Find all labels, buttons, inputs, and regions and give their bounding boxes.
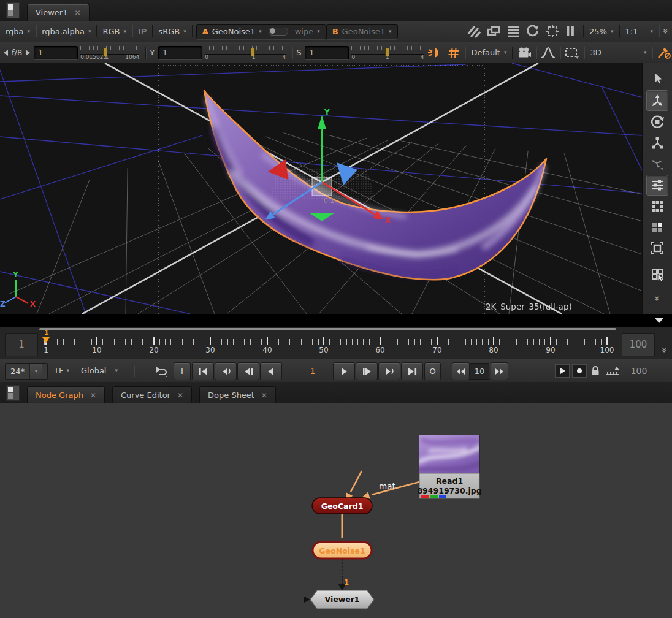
zoom-level-dropdown[interactable]: 25%▾ bbox=[587, 26, 615, 37]
current-frame-field[interactable]: 1 bbox=[302, 362, 324, 379]
lut-dropdown[interactable]: Default▾ bbox=[469, 47, 508, 58]
tab-curve-editor[interactable]: Curve Editor ✕ bbox=[112, 386, 192, 403]
gamma-slider[interactable]: 0 1 4 bbox=[205, 45, 286, 61]
play-forward-button[interactable] bbox=[333, 362, 355, 380]
wipe-mode-dropdown[interactable]: wipe▾ bbox=[293, 26, 322, 37]
tile-icon[interactable] bbox=[647, 218, 668, 237]
timeline-tick-label: 80 bbox=[489, 346, 498, 354]
overlap-windows-icon[interactable] bbox=[486, 25, 501, 38]
close-icon[interactable]: ✕ bbox=[261, 392, 267, 399]
gamma-input[interactable]: 1 bbox=[158, 46, 202, 59]
colorspace-dropdown[interactable]: sRGB▾ bbox=[156, 26, 188, 37]
frame-icon[interactable] bbox=[647, 238, 668, 258]
node-read1[interactable]: Read1 894919730.jpg bbox=[417, 435, 481, 498]
collapse-chevrons-icon[interactable]: » bbox=[652, 296, 662, 301]
node-geonoise1[interactable]: GeoNoise1 bbox=[313, 542, 372, 559]
set-in-button[interactable]: I bbox=[174, 362, 191, 380]
close-icon[interactable]: ✕ bbox=[177, 392, 183, 399]
play-backward-button[interactable] bbox=[260, 362, 282, 380]
step-back-button[interactable] bbox=[237, 362, 259, 380]
pause-icon[interactable] bbox=[565, 25, 576, 38]
display-channel-dropdown[interactable]: RGB▾ bbox=[101, 26, 128, 37]
tf-dropdown[interactable]: TF▾ bbox=[54, 362, 69, 379]
input-process-button[interactable]: IP bbox=[136, 26, 148, 37]
pixel-aspect-dropdown[interactable]: 1:1▾ bbox=[624, 26, 655, 37]
flipbook-record-icon[interactable] bbox=[572, 364, 587, 378]
previous-keyframe-button[interactable] bbox=[215, 362, 237, 380]
input-a-dropdown[interactable]: AGeoNoise1▾ bbox=[200, 26, 264, 37]
flipbook-play-icon[interactable] bbox=[555, 364, 570, 378]
pane-menu-icon[interactable] bbox=[6, 2, 20, 18]
playhead-marker[interactable] bbox=[42, 337, 50, 343]
go-to-end-button[interactable] bbox=[401, 362, 423, 380]
lock-icon[interactable] bbox=[588, 362, 603, 379]
input-b-dropdown[interactable]: BGeoNoise1▾ bbox=[330, 26, 394, 37]
channels-dropdown[interactable]: rgba▾ bbox=[4, 26, 32, 37]
prev-arrow-icon[interactable] bbox=[4, 50, 8, 56]
grid-snap-icon[interactable] bbox=[647, 197, 668, 216]
node-viewer1[interactable]: Viewer1 bbox=[304, 590, 374, 609]
saturation-slider[interactable]: 0 1 4 bbox=[351, 45, 424, 61]
color-sample-icon[interactable] bbox=[656, 45, 672, 60]
curve-icon[interactable] bbox=[540, 45, 556, 60]
headlamp-icon[interactable] bbox=[426, 45, 442, 60]
gain-input[interactable]: 1 bbox=[34, 46, 78, 59]
playback-loop-icon[interactable] bbox=[153, 362, 169, 379]
multi-slider-icon[interactable] bbox=[646, 175, 668, 196]
grid-hash-icon[interactable] bbox=[446, 45, 461, 60]
scanlines-icon[interactable] bbox=[506, 25, 521, 38]
tab-node-graph[interactable]: Node Graph ✕ bbox=[27, 386, 105, 403]
timeline-tick-label: 40 bbox=[262, 346, 272, 354]
transform-handles-icon[interactable] bbox=[647, 154, 668, 174]
frame-range-icon[interactable] bbox=[604, 362, 621, 379]
timeline-end-box[interactable]: 100 bbox=[622, 333, 655, 356]
range-dropdown[interactable]: Global▾ bbox=[81, 362, 118, 379]
jump-forward-button[interactable] bbox=[491, 362, 508, 380]
collapse-chevrons-icon[interactable]: » bbox=[659, 347, 669, 353]
expand-triangle-icon[interactable] bbox=[655, 318, 663, 323]
node-graph-canvas[interactable]: mat 1 Read1 894919730.jpg bbox=[0, 403, 672, 618]
step-forward-button[interactable] bbox=[356, 362, 378, 380]
jump-back-button[interactable] bbox=[452, 362, 470, 380]
frame-increment-field[interactable]: 10 bbox=[470, 363, 489, 380]
go-to-start-button[interactable] bbox=[192, 362, 214, 380]
timeline-ruler[interactable]: 1 10 20 30 40 50 60 70 80 90 100 1 bbox=[38, 327, 617, 359]
timeline-tick-label: 1 bbox=[44, 346, 48, 354]
saturation-input[interactable]: 1 bbox=[305, 46, 349, 59]
close-icon[interactable]: ✕ bbox=[74, 9, 80, 17]
viewport-side-toolbar: » bbox=[642, 63, 672, 320]
camera-icon[interactable] bbox=[516, 45, 532, 60]
tab-viewer1[interactable]: Viewer1 ✕ bbox=[27, 4, 90, 21]
next-arrow-icon[interactable] bbox=[26, 50, 30, 56]
axis-z-label: Z bbox=[0, 300, 6, 308]
rotate-tool-icon[interactable] bbox=[647, 112, 668, 132]
scale-tool-icon[interactable] bbox=[647, 133, 668, 153]
next-keyframe-button[interactable] bbox=[378, 362, 400, 380]
gain-slider[interactable]: 0.015625 1 1064 bbox=[80, 45, 139, 61]
gizmo-y-label: Y bbox=[324, 108, 330, 116]
viewer-3d-viewport[interactable]: Y X 0.1 Y X Z 2K_Super_35(full-ap) bbox=[0, 63, 643, 314]
fps-combo[interactable]: 24* ▾ bbox=[5, 363, 48, 380]
close-icon[interactable]: ✕ bbox=[90, 392, 96, 399]
safe-zone-icon[interactable] bbox=[545, 25, 560, 38]
view-mode-dropdown[interactable]: 3D▾ bbox=[588, 47, 648, 58]
tab-dope-sheet[interactable]: Dope Sheet ✕ bbox=[199, 386, 276, 403]
refresh-icon[interactable] bbox=[525, 25, 540, 38]
pane-menu-icon[interactable] bbox=[6, 385, 20, 401]
collapse-chevrons-icon[interactable]: » bbox=[660, 28, 670, 34]
gamma-label: Y bbox=[150, 48, 155, 57]
tile-select-icon[interactable] bbox=[647, 264, 668, 284]
wipe-toggle[interactable] bbox=[269, 28, 288, 36]
chevron-down-icon: ▾ bbox=[650, 29, 653, 34]
select-cursor-icon[interactable] bbox=[647, 69, 668, 89]
diagonal-stripes-icon[interactable] bbox=[467, 25, 481, 38]
node-geocard1[interactable]: GeoCard1 bbox=[312, 498, 372, 514]
nodegraph-pane-tabbar: Node Graph ✕ Curve Editor ✕ Dope Sheet ✕ bbox=[0, 382, 672, 404]
set-out-button[interactable]: O bbox=[424, 362, 441, 380]
marquee-icon[interactable] bbox=[564, 45, 580, 60]
chevron-down-icon: ▾ bbox=[611, 29, 614, 34]
translate-tool-icon[interactable] bbox=[646, 90, 668, 111]
range-end-field[interactable]: 100 bbox=[625, 362, 652, 379]
timeline-start-box[interactable]: 1 bbox=[5, 333, 38, 356]
layer-dropdown[interactable]: rgba.alpha▾ bbox=[40, 26, 93, 37]
